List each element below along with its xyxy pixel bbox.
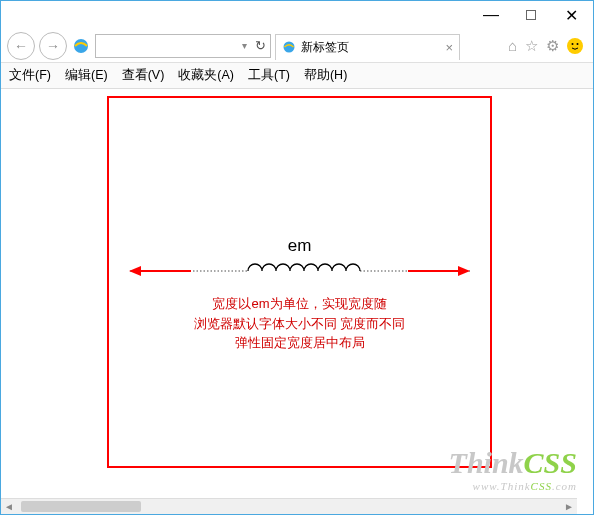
svg-point-3 [572,43,574,45]
menu-file[interactable]: 文件(F) [9,67,51,84]
svg-point-2 [568,39,582,53]
menu-edit[interactable]: 编辑(E) [65,67,108,84]
arrow-left-icon [129,264,191,278]
window-maximize-button[interactable] [511,3,551,27]
feedback-icon[interactable] [567,38,583,54]
menu-tools[interactable]: 工具(T) [248,67,290,84]
watermark-css: CSS [524,446,577,479]
window-minimize-button[interactable]: — [471,6,511,24]
scroll-left-button[interactable]: ◄ [1,499,17,514]
window-close-button[interactable]: ✕ [551,6,591,25]
menu-help[interactable]: 帮助(H) [304,67,347,84]
window-titlebar: — ✕ [1,1,593,29]
arrow-right-icon [408,264,470,278]
watermark: ThinkCSS www.ThinkCSS.com [449,446,577,492]
svg-marker-10 [458,266,470,276]
tab-title: 新标签页 [301,39,349,56]
forward-button[interactable]: → [39,32,67,60]
address-dropdown-icon[interactable]: ▾ [242,40,247,51]
horizontal-scrollbar[interactable]: ◄ ► [1,498,577,514]
watermark-url-prefix: www. [473,480,501,492]
scroll-thumb[interactable] [21,501,141,512]
back-button[interactable]: ← [7,32,35,60]
refresh-button[interactable]: ↻ [255,38,266,53]
tab-close-button[interactable]: × [445,40,453,55]
desc-line-1: 宽度以em为单位，实现宽度随 [109,294,490,314]
favorites-icon[interactable]: ☆ [525,37,538,55]
toolbar-right: ⌂ ☆ ⚙ [508,37,587,55]
menu-favorites[interactable]: 收藏夹(A) [178,67,234,84]
browser-tab[interactable]: 新标签页 × [275,34,460,60]
em-label: em [109,236,490,256]
svg-point-4 [577,43,579,45]
page-content: em 宽度以em为单位，实现宽度随 浏览器默认字体大小不同 宽度而不同 弹性固 [1,90,593,514]
settings-icon[interactable]: ⚙ [546,37,559,55]
svg-marker-8 [129,266,141,276]
desc-line-3: 弹性固定宽度居中布局 [109,333,490,353]
watermark-url-think: Think [501,480,531,492]
watermark-url-suffix: .com [552,480,577,492]
demo-container: em 宽度以em为单位，实现宽度随 浏览器默认字体大小不同 宽度而不同 弹性固 [107,96,492,468]
tab-favicon-icon [282,40,296,54]
description-text: 宽度以em为单位，实现宽度随 浏览器默认字体大小不同 宽度而不同 弹性固定宽度居… [109,294,490,353]
ie-logo-icon [71,36,91,56]
desc-line-2: 浏览器默认字体大小不同 宽度而不同 [109,314,490,334]
watermark-think: Think [449,446,524,479]
menu-bar: 文件(F) 编辑(E) 查看(V) 收藏夹(A) 工具(T) 帮助(H) [1,63,593,89]
address-bar[interactable]: ▾ ↻ [95,34,271,58]
menu-view[interactable]: 查看(V) [122,67,165,84]
home-icon[interactable]: ⌂ [508,37,517,54]
scroll-right-button[interactable]: ► [561,499,577,514]
watermark-url-css: CSS [531,480,552,492]
navigation-bar: ← → ▾ ↻ 新标签页 × ⌂ ☆ ⚙ [1,29,593,63]
